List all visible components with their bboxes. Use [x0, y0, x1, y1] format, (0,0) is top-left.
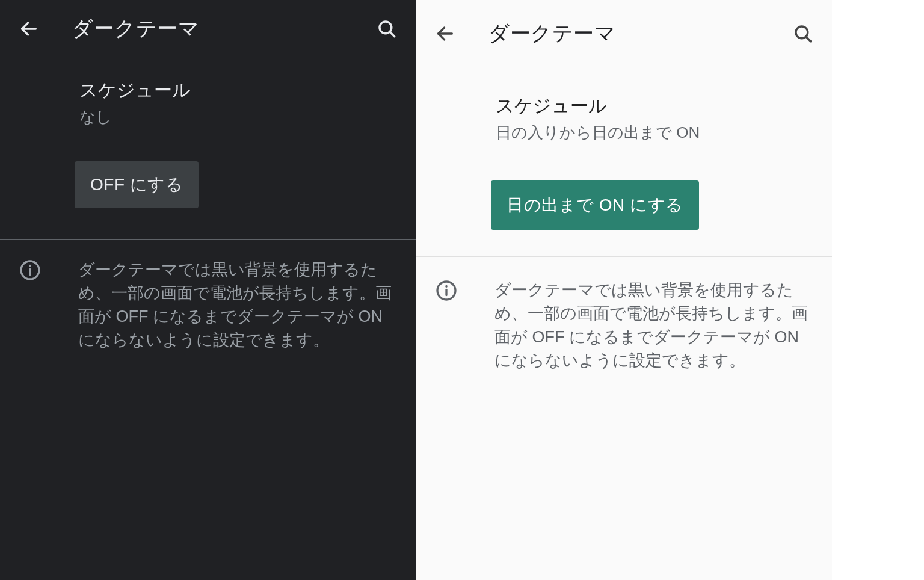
dark-theme-panel-dark: ダークテーマ スケジュール なし OFF にする ダークテーマでは黒い背景を使用… — [0, 0, 416, 580]
app-bar: ダークテーマ — [0, 0, 416, 58]
back-button[interactable] — [14, 14, 43, 43]
info-block: ダークテーマでは黒い背景を使用するため、一部の画面で電池が長持ちします。画面が … — [416, 257, 832, 373]
search-icon — [377, 19, 397, 39]
info-icon — [16, 258, 45, 353]
svg-line-8 — [806, 36, 811, 41]
back-button[interactable] — [431, 19, 460, 48]
dark-theme-panel-light: ダークテーマ スケジュール 日の入りから日の出まで ON 日の出まで ON にす… — [416, 0, 832, 580]
search-button[interactable] — [789, 19, 818, 48]
arrow-left-icon — [19, 19, 39, 39]
page-title: ダークテーマ — [460, 20, 789, 48]
schedule-label: スケジュール — [79, 78, 401, 103]
schedule-row[interactable]: スケジュール なし — [0, 58, 416, 146]
action-row: 日の出まで ON にする — [416, 165, 832, 256]
arrow-left-icon — [435, 23, 455, 44]
app-bar: ダークテーマ — [416, 0, 832, 67]
info-block: ダークテーマでは黒い背景を使用するため、一部の画面で電池が長持ちします。画面が … — [0, 240, 416, 353]
info-icon — [432, 279, 461, 373]
info-text: ダークテーマでは黒い背景を使用するため、一部の画面で電池が長持ちします。画面が … — [45, 258, 400, 353]
gutter — [832, 0, 924, 580]
action-row: OFF にする — [0, 146, 416, 239]
search-button[interactable] — [372, 14, 401, 43]
svg-line-2 — [390, 32, 395, 37]
schedule-label: スケジュール — [496, 94, 818, 119]
search-icon — [793, 23, 813, 44]
info-text: ダークテーマでは黒い背景を使用するため、一部の画面で電池が長持ちします。画面が … — [461, 279, 816, 373]
turn-on-until-sunrise-button[interactable]: 日の出まで ON にする — [491, 180, 699, 230]
schedule-row[interactable]: スケジュール 日の入りから日の出まで ON — [416, 67, 832, 165]
schedule-value: 日の入りから日の出まで ON — [496, 122, 818, 143]
toggle-off-button[interactable]: OFF にする — [75, 161, 199, 208]
page-title: ダークテーマ — [43, 15, 372, 43]
schedule-value: なし — [79, 106, 401, 128]
